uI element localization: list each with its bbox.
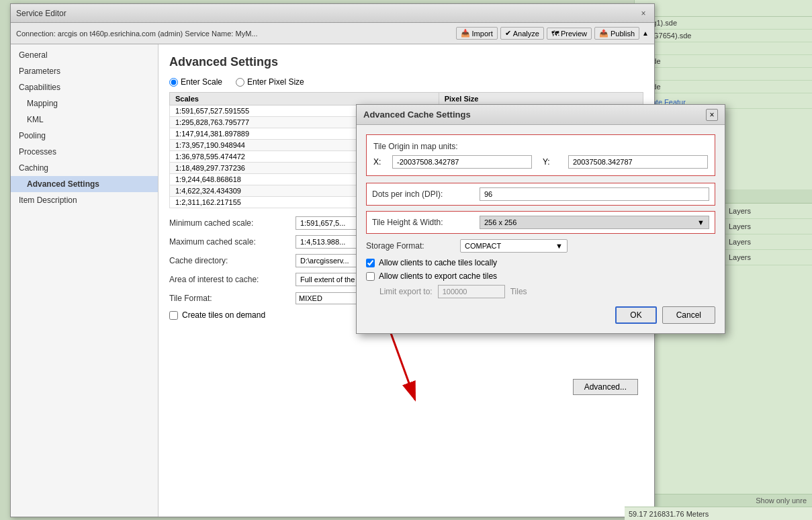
cell-layers-1: Layers bbox=[726, 206, 807, 216]
y-label: Y: bbox=[543, 157, 563, 167]
area-label: Area of interest to cache: bbox=[169, 275, 290, 284]
connection-text: Connection: arcgis on t460p.esrichina.co… bbox=[16, 30, 257, 38]
preview-label: Preview bbox=[561, 30, 587, 38]
tile-origin-xy-row: X: Y: bbox=[373, 155, 708, 169]
sidebar-item-mapping[interactable]: Mapping bbox=[11, 95, 158, 112]
create-tiles-checkbox[interactable] bbox=[169, 311, 178, 320]
allow-cache-checkbox[interactable] bbox=[366, 259, 375, 267]
publish-label: Publish bbox=[611, 30, 635, 38]
dialog-buttons: OK Cancel bbox=[366, 306, 715, 324]
sidebar-item-item-description[interactable]: Item Description bbox=[11, 192, 158, 208]
title-bar: Service Editor × bbox=[11, 4, 654, 23]
cell-layers-3: Layers bbox=[726, 236, 807, 247]
status-bar: 59.17 216831.76 Meters bbox=[625, 507, 812, 520]
max-scale-label: Maximum cached scale: bbox=[169, 237, 290, 247]
preview-button[interactable]: 🗺 Preview bbox=[547, 28, 592, 40]
cell-layers-2: Layers bbox=[726, 221, 807, 232]
dpi-label: Dots per inch (DPI): bbox=[372, 189, 480, 199]
sde-item-4: 2).sde bbox=[635, 55, 812, 68]
analyze-label: Analyze bbox=[513, 30, 539, 38]
dpi-row: Dots per inch (DPI): bbox=[366, 183, 715, 206]
import-label: Import bbox=[472, 30, 493, 38]
sde-item-3: .sde bbox=[635, 42, 812, 55]
show-only-label: Show only unre bbox=[635, 494, 812, 507]
tile-hw-label: Tile Height & Width: bbox=[372, 218, 480, 227]
dialog-close-button[interactable]: × bbox=[706, 109, 718, 121]
chevron-up-icon[interactable]: ▲ bbox=[642, 30, 649, 37]
tiles-label: Tiles bbox=[510, 287, 527, 296]
storage-format-dropdown[interactable]: COMPACT ▼ bbox=[460, 239, 568, 253]
allow-export-checkbox[interactable] bbox=[366, 272, 375, 281]
col-pixel-size: Pixel Size bbox=[439, 93, 643, 105]
tile-origin-label: Tile Origin in map units: bbox=[373, 142, 708, 151]
sde-item-1: heng1).sde bbox=[635, 17, 812, 30]
radio-pixel-input[interactable] bbox=[236, 78, 244, 87]
cell-layers-4: Layers bbox=[726, 252, 807, 263]
sidebar: General Parameters Capabilities Mapping … bbox=[11, 44, 159, 517]
connection-bar: Connection: arcgis on t460p.esrichina.co… bbox=[11, 23, 654, 44]
page-title: Advanced Settings bbox=[169, 55, 643, 69]
sde-item-2: talPG7654).sde bbox=[635, 30, 812, 42]
close-icon[interactable]: × bbox=[638, 8, 649, 19]
toolbar-buttons: 📥 Import ✔ Analyze 🗺 Preview 📤 Publish ▲ bbox=[456, 27, 649, 40]
min-scale-label: Minimum cached scale: bbox=[169, 218, 290, 228]
sidebar-item-capabilities[interactable]: Capabilities bbox=[11, 79, 158, 95]
sidebar-item-advanced-settings[interactable]: Advanced Settings bbox=[11, 176, 158, 192]
advanced-button[interactable]: Advanced... bbox=[573, 379, 638, 395]
sde-item-6: n).sde bbox=[635, 81, 812, 93]
analyze-icon: ✔ bbox=[505, 29, 511, 38]
storage-format-label: Storage Format: bbox=[366, 241, 460, 251]
tile-hw-arrow-icon: ▼ bbox=[697, 218, 705, 226]
allow-export-label: Allow clients to export cache tiles bbox=[379, 271, 497, 281]
radio-pixel-label: Enter Pixel Size bbox=[247, 77, 304, 87]
tile-hw-row: Tile Height & Width: 256 x 256 ▼ bbox=[366, 211, 715, 234]
x-label: X: bbox=[373, 157, 387, 167]
tile-format-label: Tile Format: bbox=[169, 294, 290, 303]
sidebar-item-parameters[interactable]: Parameters bbox=[11, 63, 158, 79]
dpi-input[interactable] bbox=[480, 187, 709, 201]
y-input[interactable] bbox=[568, 155, 708, 169]
dialog-title: Advanced Cache Settings bbox=[363, 110, 471, 120]
create-tiles-label: Create tiles on demand bbox=[182, 310, 265, 320]
advanced-btn-container: Advanced... bbox=[169, 374, 643, 395]
allow-cache-row: Allow clients to cache tiles locally bbox=[366, 258, 715, 267]
right-panel-extra: n) bbox=[635, 3, 812, 17]
storage-format-arrow-icon: ▼ bbox=[555, 242, 563, 250]
publish-icon: 📤 bbox=[599, 29, 608, 38]
limit-export-row: Limit export to: Tiles bbox=[379, 285, 715, 298]
radio-scale-label: Enter Scale bbox=[181, 77, 222, 87]
radio-scale-input[interactable] bbox=[169, 78, 178, 87]
sde-item-5: le bbox=[635, 68, 812, 81]
analyze-button[interactable]: ✔ Analyze bbox=[500, 27, 544, 40]
cancel-button[interactable]: Cancel bbox=[662, 306, 715, 324]
dialog-title-bar: Advanced Cache Settings × bbox=[357, 105, 725, 125]
tile-hw-dropdown[interactable]: 256 x 256 ▼ bbox=[480, 216, 709, 229]
tile-hw-value: 256 x 256 bbox=[484, 218, 516, 226]
advanced-cache-dialog: Advanced Cache Settings × Tile Origin in… bbox=[356, 104, 725, 334]
window-title: Service Editor bbox=[16, 9, 66, 18]
import-icon: 📥 bbox=[461, 29, 470, 38]
x-input[interactable] bbox=[392, 155, 532, 169]
allow-cache-label: Allow clients to cache tiles locally bbox=[379, 258, 497, 267]
publish-button[interactable]: 📤 Publish bbox=[594, 27, 639, 40]
tile-format-value: MIXED bbox=[299, 294, 322, 302]
sidebar-item-general[interactable]: General bbox=[11, 47, 158, 63]
preview-icon: 🗺 bbox=[551, 30, 559, 38]
storage-format-value: COMPACT bbox=[465, 242, 501, 250]
allow-export-row: Allow clients to export cache tiles bbox=[366, 271, 715, 281]
radio-row: Enter Scale Enter Pixel Size bbox=[169, 77, 643, 87]
dialog-content: Tile Origin in map units: X: Y: Dots per… bbox=[357, 125, 725, 333]
sidebar-item-kml[interactable]: KML bbox=[11, 112, 158, 128]
tile-origin-section: Tile Origin in map units: X: Y: bbox=[366, 134, 715, 176]
import-button[interactable]: 📥 Import bbox=[456, 27, 498, 40]
limit-export-input[interactable] bbox=[438, 285, 505, 298]
storage-format-row: Storage Format: COMPACT ▼ bbox=[366, 239, 715, 253]
sidebar-item-processes[interactable]: Processes bbox=[11, 144, 158, 160]
radio-enter-pixel[interactable]: Enter Pixel Size bbox=[236, 77, 304, 87]
limit-export-label: Limit export to: bbox=[379, 287, 433, 296]
sidebar-item-pooling[interactable]: Pooling bbox=[11, 128, 158, 144]
cache-dir-label: Cache directory: bbox=[169, 256, 290, 265]
sidebar-item-caching[interactable]: Caching bbox=[11, 160, 158, 176]
radio-enter-scale[interactable]: Enter Scale bbox=[169, 77, 222, 87]
ok-button[interactable]: OK bbox=[615, 306, 656, 324]
